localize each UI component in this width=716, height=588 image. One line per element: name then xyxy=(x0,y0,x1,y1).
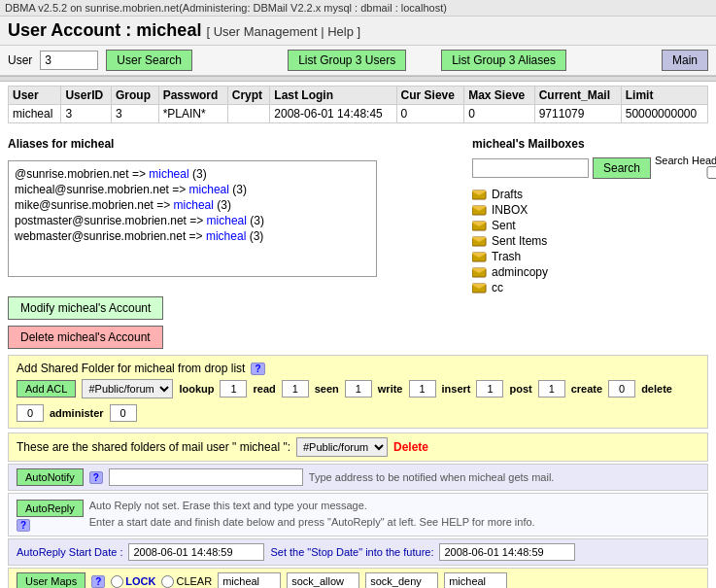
val-crypt xyxy=(227,105,270,123)
header-links: [ User Management | Help ] xyxy=(206,24,360,39)
usermaps-field1[interactable] xyxy=(218,572,281,588)
col-password: Password xyxy=(158,86,227,105)
mailbox-search-row: Search Search Headers only? xyxy=(472,155,708,181)
mailbox-search-input[interactable] xyxy=(472,158,589,178)
clear-label: CLEAR xyxy=(176,575,212,587)
acl-input-write[interactable] xyxy=(409,380,436,398)
list-group3-users-button[interactable]: List Group 3 Users xyxy=(288,50,406,71)
user-search-button[interactable]: User Search xyxy=(106,50,192,71)
autoreply-start-label: AutoReply Start Date : xyxy=(17,546,122,558)
mailbox-folder-icon xyxy=(472,204,488,216)
autoreply-stop-input[interactable] xyxy=(439,543,575,561)
alias-link[interactable]: micheal xyxy=(174,198,214,212)
add-acl-button[interactable]: Add ACL xyxy=(17,380,76,398)
acl-folder-select[interactable]: #Public/forum xyxy=(82,379,173,398)
usermaps-button[interactable]: User Maps xyxy=(17,572,85,588)
left-panel: Aliases for micheal @sunrise.mobrien.net… xyxy=(8,137,460,349)
mailbox-name: Drafts xyxy=(492,188,523,201)
acl-input-administer[interactable] xyxy=(110,404,137,422)
list-item: @sunrise.mobrien.net => micheal (3) xyxy=(15,167,370,181)
autonotify-note: Type address to be notified when micheal… xyxy=(309,471,555,483)
usermaps-field3[interactable] xyxy=(365,572,438,588)
shared-folders-select[interactable]: #Public/forum xyxy=(296,437,388,457)
mailbox-name: admincopy xyxy=(492,265,548,279)
acl-input-read[interactable] xyxy=(282,380,309,398)
acl-label-administer: administer xyxy=(50,407,104,419)
mailbox-item-admincopy[interactable]: admincopy xyxy=(472,264,708,280)
autoreply-text: Auto Reply not set. Erase this text and … xyxy=(89,498,699,530)
autoreply-help-icon[interactable]: ? xyxy=(17,519,30,532)
main-area: Aliases for micheal @sunrise.mobrien.net… xyxy=(0,135,716,351)
alias-link[interactable]: micheal xyxy=(149,167,188,181)
acl-label-insert: insert xyxy=(442,383,471,395)
mailbox-name: INBOX xyxy=(492,203,528,217)
val-user: micheal xyxy=(9,105,61,123)
alias-link[interactable]: micheal xyxy=(207,214,247,227)
modify-account-button[interactable]: Modify micheal's Account xyxy=(8,296,163,320)
shared-folders-section: These are the shared folders of mail use… xyxy=(8,432,708,462)
alias-link[interactable]: micheal xyxy=(206,229,246,243)
mailbox-search-button[interactable]: Search xyxy=(593,157,651,179)
mailbox-folder-icon xyxy=(472,282,488,294)
autonotify-button[interactable]: AutoNotify xyxy=(17,468,84,486)
usermaps-section: User Maps ? LOCK CLEAR xyxy=(8,568,708,588)
headers-only-label: Search Headers only? xyxy=(655,155,716,181)
list-item: mike@sunrise.mobrien.net => micheal (3) xyxy=(15,198,370,212)
toolbar: User User Search List Group 3 Users List… xyxy=(0,46,716,76)
acl-input-delete[interactable] xyxy=(17,404,44,422)
col-maxsieve: Max Sieve xyxy=(464,86,535,105)
acl-label-write: write xyxy=(378,383,403,395)
user-info-table: User UserID Group Password Crypt Last Lo… xyxy=(8,86,708,123)
user-label: User xyxy=(8,53,32,67)
acl-input-create[interactable] xyxy=(608,380,635,398)
autoreply-dates: AutoReply Start Date : Set the "Stop Dat… xyxy=(8,538,708,566)
acl-input-lookup[interactable] xyxy=(220,380,247,398)
user-info-row: micheal 3 3 *PLAIN* 2008-06-01 14:48:45 … xyxy=(9,105,708,123)
mailbox-name: Sent Items xyxy=(492,234,547,248)
acl-input-insert[interactable] xyxy=(476,380,503,398)
mailbox-item-sentitems[interactable]: Sent Items xyxy=(472,233,708,249)
mailbox-item-cc[interactable]: cc xyxy=(472,280,708,295)
mailbox-list: Drafts INBOX Sent Sent Items xyxy=(472,187,708,295)
acl-input-seen[interactable] xyxy=(345,380,372,398)
autoreply-stop-label: Set the "Stop Date" into the future: xyxy=(270,546,433,558)
usermaps-field4[interactable] xyxy=(444,572,507,588)
usermaps-help-icon[interactable]: ? xyxy=(91,575,105,588)
mailboxes-label: micheal's Mailboxes xyxy=(472,137,708,151)
list-item: webmaster@sunrise.mobrien.net => micheal… xyxy=(15,229,370,243)
page-header: User Account : micheal [ User Management… xyxy=(0,17,716,46)
val-password: *PLAIN* xyxy=(158,105,227,123)
autoreply-start-input[interactable] xyxy=(128,543,264,561)
mailbox-folder-icon xyxy=(472,189,488,200)
mailbox-item-inbox[interactable]: INBOX xyxy=(472,202,708,218)
autoreply-row: AutoReply ? Auto Reply not set. Erase th… xyxy=(17,498,699,532)
clear-radio[interactable] xyxy=(161,575,174,588)
mailbox-item-drafts[interactable]: Drafts xyxy=(472,187,708,202)
autonotify-help-icon[interactable]: ? xyxy=(89,471,103,484)
col-cursieve: Cur Sieve xyxy=(396,86,464,105)
shared-folders-text: These are the shared folders of mail use… xyxy=(17,440,290,454)
shared-folders-delete[interactable]: Delete xyxy=(393,440,428,454)
alias-link[interactable]: micheal xyxy=(189,183,229,196)
acl-help-icon[interactable]: ? xyxy=(251,363,264,375)
list-group3-aliases-button[interactable]: List Group 3 Aliases xyxy=(441,50,566,71)
user-info-section: User UserID Group Password Crypt Last Lo… xyxy=(0,82,716,135)
acl-input-post[interactable] xyxy=(538,380,565,398)
headers-only-checkbox[interactable] xyxy=(655,166,716,179)
user-input[interactable] xyxy=(40,51,98,70)
lock-radio[interactable] xyxy=(111,575,123,588)
acl-label-seen: seen xyxy=(315,383,339,395)
acl-label-post: post xyxy=(509,383,531,395)
lock-radio-label: LOCK xyxy=(111,575,155,588)
acl-title: Add Shared Folder for micheal from drop … xyxy=(17,362,245,375)
delete-account-button[interactable]: Delete micheal's Account xyxy=(8,326,163,349)
autonotify-input[interactable] xyxy=(109,468,303,486)
autoreply-button[interactable]: AutoReply xyxy=(17,500,84,517)
acl-section: Add Shared Folder for micheal from drop … xyxy=(8,355,708,429)
mailbox-item-trash[interactable]: Trash xyxy=(472,249,708,264)
usermaps-field2[interactable] xyxy=(287,572,359,588)
mailbox-item-sent[interactable]: Sent xyxy=(472,218,708,233)
right-panel: micheal's Mailboxes Search Search Header… xyxy=(460,137,708,349)
mailbox-name: Sent xyxy=(492,219,516,232)
main-button[interactable]: Main xyxy=(662,50,708,71)
